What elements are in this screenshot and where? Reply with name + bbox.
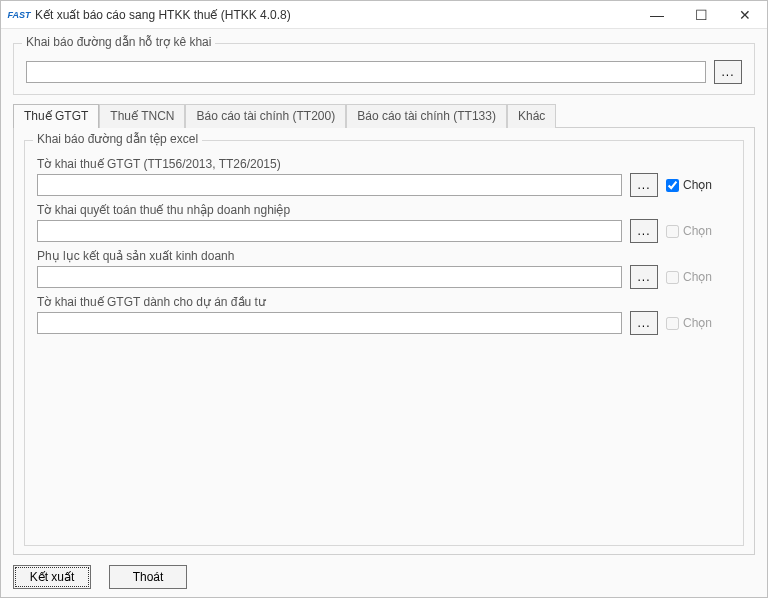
excel-row-2-browse-button[interactable]: ... <box>630 265 658 289</box>
excel-row-1-input[interactable] <box>37 220 622 242</box>
client-area: Khai báo đường dẫn hỗ trợ kê khai ... Th… <box>1 29 767 565</box>
tabstrip: Thuế GTGT Thuế TNCN Báo cáo tài chính (T… <box>13 103 755 127</box>
excel-row-0-check[interactable]: Chọn <box>666 178 731 192</box>
excel-row-1-check-label: Chọn <box>683 224 731 238</box>
excel-row-2-label: Phụ lục kết quả sản xuất kinh doanh <box>37 249 731 263</box>
excel-row-2: Phụ lục kết quả sản xuất kinh doanh ... … <box>37 249 731 289</box>
excel-row-2-input[interactable] <box>37 266 622 288</box>
export-button[interactable]: Kết xuất <box>13 565 91 589</box>
excel-row-1-label: Tờ khai quyết toán thuế thu nhập doanh n… <box>37 203 731 217</box>
excel-row-0-input[interactable] <box>37 174 622 196</box>
excel-row-3-label: Tờ khai thuế GTGT dành cho dự án đầu tư <box>37 295 731 309</box>
excel-row-0-label: Tờ khai thuế GTGT (TT156/2013, TT26/2015… <box>37 157 731 171</box>
tab-thue-gtgt[interactable]: Thuế GTGT <box>13 104 99 128</box>
maximize-icon: ☐ <box>695 7 708 23</box>
app-icon: FAST <box>7 7 31 23</box>
support-path-browse-button[interactable]: ... <box>714 60 742 84</box>
close-icon: ✕ <box>739 7 751 23</box>
excel-row-0-check-label: Chọn <box>683 178 731 192</box>
maximize-button[interactable]: ☐ <box>679 1 723 29</box>
support-path-group: Khai báo đường dẫn hỗ trợ kê khai ... <box>13 43 755 95</box>
excel-row-1-check[interactable]: Chọn <box>666 224 731 238</box>
excel-row-2-checkbox <box>666 271 679 284</box>
tab-thue-tncn[interactable]: Thuế TNCN <box>99 104 185 128</box>
excel-row-0-browse-button[interactable]: ... <box>630 173 658 197</box>
excel-path-legend: Khai báo đường dẫn tệp excel <box>33 132 202 146</box>
excel-row-1-browse-button[interactable]: ... <box>630 219 658 243</box>
excel-row-3: Tờ khai thuế GTGT dành cho dự án đầu tư … <box>37 295 731 335</box>
footer: Kết xuất Thoát <box>1 565 767 597</box>
support-path-row: ... <box>26 60 742 84</box>
tab-khac[interactable]: Khác <box>507 104 556 128</box>
excel-row-1: Tờ khai quyết toán thuế thu nhập doanh n… <box>37 203 731 243</box>
excel-row-3-check-label: Chọn <box>683 316 731 330</box>
excel-row-2-check-label: Chọn <box>683 270 731 284</box>
window-title: Kết xuất báo cáo sang HTKK thuế (HTKK 4.… <box>35 8 291 22</box>
support-path-legend: Khai báo đường dẫn hỗ trợ kê khai <box>22 35 215 49</box>
excel-row-3-browse-button[interactable]: ... <box>630 311 658 335</box>
excel-row-2-check[interactable]: Chọn <box>666 270 731 284</box>
tabs-wrap: Thuế GTGT Thuế TNCN Báo cáo tài chính (T… <box>13 103 755 555</box>
support-path-input[interactable] <box>26 61 706 83</box>
excel-row-0: Tờ khai thuế GTGT (TT156/2013, TT26/2015… <box>37 157 731 197</box>
minimize-button[interactable]: — <box>635 1 679 29</box>
close-button[interactable]: ✕ <box>723 1 767 29</box>
excel-path-group: Khai báo đường dẫn tệp excel Tờ khai thu… <box>24 140 744 546</box>
tab-bctc-tt200[interactable]: Báo cáo tài chính (TT200) <box>185 104 346 128</box>
excel-row-1-checkbox <box>666 225 679 238</box>
tab-bctc-tt133[interactable]: Báo cáo tài chính (TT133) <box>346 104 507 128</box>
tab-panel-thue-gtgt: Khai báo đường dẫn tệp excel Tờ khai thu… <box>13 127 755 555</box>
minimize-icon: — <box>650 7 664 23</box>
excel-row-3-checkbox <box>666 317 679 330</box>
excel-row-3-input[interactable] <box>37 312 622 334</box>
excel-row-0-checkbox[interactable] <box>666 179 679 192</box>
exit-button[interactable]: Thoát <box>109 565 187 589</box>
window-root: FAST Kết xuất báo cáo sang HTKK thuế (HT… <box>0 0 768 598</box>
titlebar: FAST Kết xuất báo cáo sang HTKK thuế (HT… <box>1 1 767 29</box>
excel-row-3-check[interactable]: Chọn <box>666 316 731 330</box>
